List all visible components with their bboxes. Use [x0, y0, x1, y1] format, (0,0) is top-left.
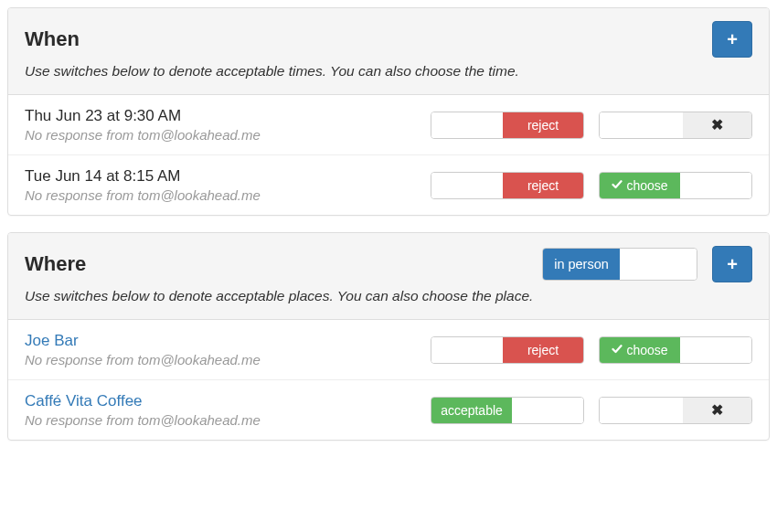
inperson-label: in person: [554, 257, 609, 271]
check-icon: [612, 343, 623, 357]
plus-icon: +: [727, 254, 738, 275]
plus-icon: +: [727, 29, 738, 50]
choose-toggle[interactable]: choose: [599, 172, 752, 199]
where-row: Caffé Vita Coffee No response from tom@l…: [8, 380, 769, 440]
when-title: When: [25, 27, 80, 51]
when-row: Thu Jun 23 at 9:30 AM No response from t…: [8, 95, 769, 155]
where-row-title-link[interactable]: Joe Bar: [25, 332, 261, 350]
x-icon: ✖: [711, 116, 723, 133]
where-row: Joe Bar No response from tom@lookahead.m…: [8, 320, 769, 380]
reject-label: reject: [527, 178, 559, 193]
when-row-subtitle: No response from tom@lookahead.me: [25, 187, 261, 203]
inperson-toggle[interactable]: in person: [542, 248, 697, 281]
when-row-title: Tue Jun 14 at 8:15 AM: [25, 167, 261, 186]
when-row-info: Thu Jun 23 at 9:30 AM No response from t…: [25, 107, 261, 143]
reject-toggle[interactable]: reject: [431, 112, 584, 139]
where-add-button[interactable]: +: [712, 246, 752, 282]
reject-label: reject: [527, 343, 559, 357]
when-subtitle: Use switches below to denote acceptable …: [25, 63, 752, 80]
where-row-info: Joe Bar No response from tom@lookahead.m…: [25, 332, 261, 367]
reject-label: reject: [527, 118, 559, 133]
dismiss-toggle[interactable]: ✖: [599, 397, 752, 424]
when-row-info: Tue Jun 14 at 8:15 AM No response from t…: [25, 167, 261, 203]
acceptable-toggle[interactable]: acceptable: [431, 397, 584, 424]
where-row-title-link[interactable]: Caffé Vita Coffee: [25, 392, 261, 410]
when-row-subtitle: No response from tom@lookahead.me: [25, 127, 261, 143]
check-icon: [612, 178, 623, 193]
choose-label: choose: [626, 178, 667, 193]
dismiss-toggle[interactable]: ✖: [599, 112, 752, 139]
when-row-title: Thu Jun 23 at 9:30 AM: [25, 107, 261, 125]
acceptable-label: acceptable: [441, 403, 503, 418]
reject-toggle[interactable]: reject: [431, 172, 584, 199]
choose-toggle[interactable]: choose: [599, 336, 752, 364]
where-row-subtitle: No response from tom@lookahead.me: [25, 352, 261, 367]
where-title: Where: [25, 252, 86, 276]
when-header: When + Use switches below to denote acce…: [8, 8, 769, 95]
where-row-subtitle: No response from tom@lookahead.me: [25, 412, 261, 428]
where-header: Where in person + Use switches below to …: [8, 233, 769, 320]
where-row-info: Caffé Vita Coffee No response from tom@l…: [25, 392, 261, 428]
when-row: Tue Jun 14 at 8:15 AM No response from t…: [8, 155, 769, 215]
reject-toggle[interactable]: reject: [431, 336, 584, 364]
where-subtitle: Use switches below to denote acceptable …: [25, 288, 752, 304]
choose-label: choose: [626, 343, 667, 357]
when-panel: When + Use switches below to denote acce…: [7, 7, 770, 216]
where-panel: Where in person + Use switches below to …: [7, 232, 770, 441]
when-add-button[interactable]: +: [712, 21, 752, 58]
x-icon: ✖: [711, 401, 723, 419]
